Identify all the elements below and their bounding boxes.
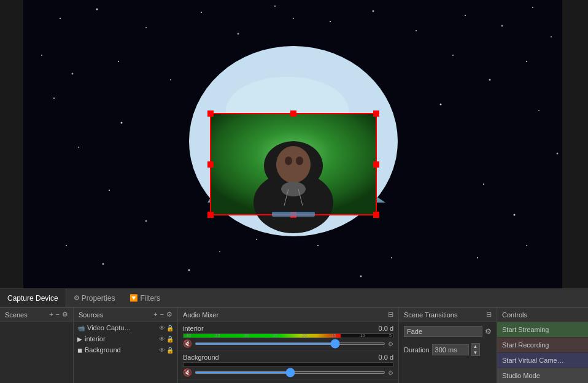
svg-point-35 (391, 257, 392, 258)
interior-icon: ▶ (77, 336, 82, 342)
sources-actions: + − ⚙ (153, 311, 172, 319)
tab-capture-device[interactable]: Capture Device (0, 289, 66, 307)
scenes-actions: + − ⚙ (49, 311, 68, 319)
svg-point-7 (330, 21, 331, 22)
svg-point-34 (557, 153, 559, 155)
svg-point-29 (103, 263, 104, 265)
duration-input[interactable] (432, 344, 469, 355)
eye-icon-video[interactable]: 👁 (159, 325, 165, 331)
tab-capture-device-label: Capture Device (7, 294, 58, 303)
transition-type-select[interactable]: Fade Cut Swipe Slide (404, 326, 482, 337)
scenes-header: Scenes + − ⚙ (0, 308, 73, 322)
svg-point-18 (121, 122, 123, 124)
svg-point-4 (201, 12, 202, 13)
sources-title: Sources (79, 311, 103, 319)
audio-meter-interior: -40 -35 -30 -25 -20 -15 -10 -5 (183, 333, 393, 338)
lock-icon-video[interactable]: 🔒 (166, 325, 174, 331)
svg-rect-56 (207, 110, 214, 117)
audio-track-interior-header: interior 0.0 d (183, 325, 393, 332)
svg-point-36 (360, 276, 362, 277)
scenes-title: Scenes (5, 311, 28, 319)
transition-gear-icon[interactable]: ⚙ (485, 327, 492, 336)
source-item-background[interactable]: ◼ Background 👁 🔒 (74, 344, 177, 355)
audio-minimize-icon[interactable]: ⊟ (388, 311, 393, 319)
svg-point-42 (256, 239, 257, 240)
audio-mixer-title: Audio Mixer (183, 311, 219, 319)
lock-icon-background[interactable]: 🔒 (166, 347, 174, 354)
audio-meter-background (183, 362, 393, 367)
source-name-video-capture: Video Captu… (87, 324, 157, 331)
sources-config-icon[interactable]: ⚙ (166, 311, 172, 319)
svg-point-28 (66, 245, 67, 246)
sources-add-icon[interactable]: + (153, 311, 157, 319)
sources-remove-icon[interactable]: − (160, 311, 164, 319)
scenes-add-icon[interactable]: + (49, 311, 53, 319)
start-virtual-camera-button[interactable]: Start Virtual Came… (497, 353, 588, 368)
svg-point-14 (41, 55, 42, 56)
duration-decrement[interactable]: ▼ (472, 350, 479, 356)
volume-slider-background[interactable] (195, 371, 385, 374)
svg-rect-60 (290, 110, 296, 117)
controls-panel: Controls Start Streaming Start Recording… (497, 308, 588, 383)
mute-icon-background[interactable]: 🔇 (183, 368, 192, 377)
source-actions-video-capture: 👁 🔒 (159, 325, 174, 331)
duration-row: Duration ▲ ▼ (399, 341, 497, 358)
svg-point-15 (72, 73, 74, 75)
svg-point-24 (440, 104, 442, 106)
source-item-video-capture[interactable]: 📹 Video Captu… 👁 🔒 (74, 322, 177, 333)
panels-row: Scenes + − ⚙ Sources + − ⚙ 📹 (0, 308, 588, 383)
svg-point-11 (501, 25, 503, 27)
tabs-row: Capture Device ⚙ Properties 🔽 Filters (0, 289, 588, 308)
controls-header: Controls (497, 308, 588, 322)
scenes-remove-icon[interactable]: − (56, 311, 60, 319)
svg-point-50 (285, 157, 292, 165)
filter-icon: 🔽 (130, 294, 138, 302)
start-recording-button[interactable]: Start Recording (497, 338, 588, 353)
audio-meter-marks: -40 -35 -30 -25 -20 -15 -10 -5 (184, 334, 393, 338)
scenes-panel: Scenes + − ⚙ (0, 308, 74, 383)
audio-actions: ⊟ (388, 311, 393, 319)
svg-rect-57 (373, 110, 379, 117)
transitions-minimize-icon[interactable]: ⊟ (486, 311, 492, 319)
svg-point-30 (483, 184, 484, 185)
source-item-interior[interactable]: ▶ interior 👁 🔒 (74, 333, 177, 344)
svg-point-6 (274, 6, 276, 7)
source-name-background: Background (85, 346, 157, 354)
bottom-panel: Capture Device ⚙ Properties 🔽 Filters Sc… (0, 288, 588, 383)
studio-mode-button[interactable]: Studio Mode (497, 368, 588, 383)
svg-point-32 (526, 245, 527, 246)
tab-filters[interactable]: 🔽 Filters (122, 289, 168, 307)
duration-increment[interactable]: ▲ (472, 344, 479, 350)
svg-point-26 (109, 190, 110, 191)
svg-point-10 (465, 15, 466, 16)
svg-point-16 (118, 61, 119, 62)
start-streaming-button[interactable]: Start Streaming (497, 322, 588, 338)
svg-point-1 (60, 18, 61, 19)
gear-icon: ⚙ (74, 294, 80, 302)
svg-rect-62 (207, 161, 214, 168)
mute-icon-interior[interactable]: 🔇 (183, 339, 192, 348)
source-actions-background: 👁 🔒 (159, 347, 174, 354)
svg-rect-58 (207, 212, 214, 218)
svg-point-13 (551, 36, 552, 37)
svg-point-37 (317, 245, 319, 246)
svg-point-2 (96, 9, 98, 10)
volume-slider-interior[interactable] (195, 342, 385, 345)
sources-header: Sources + − ⚙ (74, 308, 177, 322)
scenes-config-icon[interactable]: ⚙ (62, 311, 68, 319)
video-capture-icon: 📹 (77, 325, 85, 331)
eye-icon-interior[interactable]: 👁 (159, 336, 165, 342)
svg-point-25 (78, 147, 79, 148)
transitions-actions: ⊟ (486, 311, 492, 319)
eye-icon-background[interactable]: 👁 (159, 347, 165, 354)
sources-panel: Sources + − ⚙ 📹 Video Captu… 👁 🔒 ▶ inter… (74, 308, 178, 383)
tab-properties[interactable]: ⚙ Properties (66, 289, 123, 307)
audio-track-background-name: Background (183, 354, 219, 361)
settings-icon-interior[interactable]: ⚙ (388, 341, 393, 347)
settings-icon-background[interactable]: ⚙ (388, 369, 393, 376)
svg-point-12 (532, 7, 533, 8)
svg-point-52 (281, 182, 306, 196)
tab-properties-label: Properties (82, 294, 115, 303)
lock-icon-interior[interactable]: 🔒 (166, 336, 174, 342)
svg-rect-59 (373, 212, 379, 218)
